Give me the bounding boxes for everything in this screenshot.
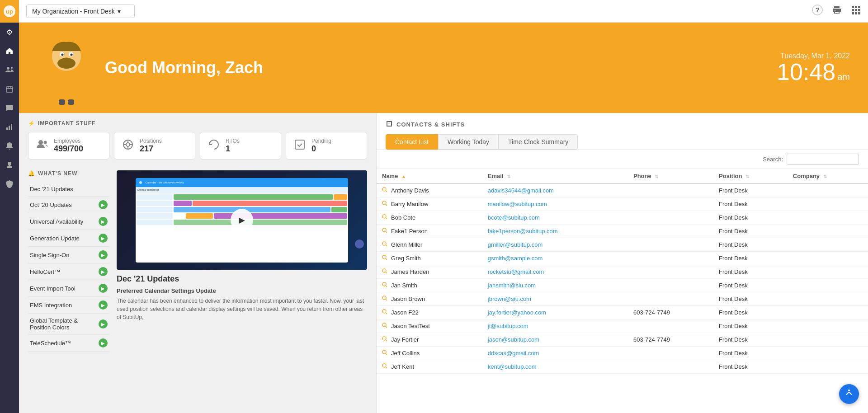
app-logo[interactable]: up — [0, 0, 19, 23]
table-row[interactable]: Barry Manilow manilow@subitup.com Front … — [377, 197, 868, 211]
news-item-hellocert[interactable]: HelloCert™ ▶ — [28, 263, 109, 280]
contact-company — [788, 225, 868, 238]
contact-search-icon[interactable] — [382, 228, 387, 235]
contact-search-icon[interactable] — [382, 350, 387, 357]
email-link[interactable]: jay.fortier@yahoo.com — [488, 309, 546, 316]
contact-email: manilow@subitup.com — [482, 197, 628, 211]
svg-rect-3 — [6, 127, 8, 130]
sidebar-item-home[interactable] — [0, 42, 19, 61]
email-link[interactable]: jansmith@siu.com — [488, 282, 536, 289]
contact-search-icon[interactable] — [382, 363, 387, 370]
contact-search-icon[interactable] — [382, 336, 387, 343]
important-stuff-section: ⚡ IMPORTANT STUFF Employees 499/700 — [19, 113, 376, 165]
print-button[interactable] — [832, 5, 842, 17]
email-link[interactable]: ddscas@gmail.com — [488, 350, 539, 357]
col-phone[interactable]: Phone ⇅ — [628, 169, 713, 183]
contact-search-icon[interactable] — [382, 187, 387, 194]
content-area: ⚡ IMPORTANT STUFF Employees 499/700 — [19, 113, 868, 413]
news-item-generation-update[interactable]: Generation Update ▶ — [28, 230, 109, 247]
tab-working-today[interactable]: Working Today — [438, 134, 499, 150]
stat-card-pending[interactable]: Pending 0 — [286, 132, 367, 160]
table-row[interactable]: Anthony Davis adavis34544@gmail.com Fron… — [377, 183, 868, 197]
news-item-global-template[interactable]: Global Template & Position Colors ▶ — [28, 314, 109, 335]
bolt-icon: ⚡ — [28, 120, 35, 127]
email-link[interactable]: rocketsiu@gmail.com — [488, 268, 544, 275]
col-company[interactable]: Company ⇅ — [788, 169, 868, 183]
arrow-icon: ▶ — [99, 250, 108, 259]
table-row[interactable]: Jeff Kent kent@subitup.com Front Desk — [377, 360, 868, 374]
contact-search-icon[interactable] — [382, 214, 387, 221]
contact-company — [788, 333, 868, 347]
cal-cell — [331, 207, 347, 212]
contact-phone — [628, 238, 713, 252]
news-item-dec21[interactable]: Dec '21 Updates — [28, 182, 109, 197]
email-link[interactable]: gmiller@subitup.com — [488, 241, 543, 248]
sidebar-item-notifications[interactable] — [0, 136, 19, 155]
sidebar-item-security[interactable] — [0, 174, 19, 193]
table-row[interactable]: Jason Brown jbrown@siu.com Front Desk — [377, 292, 868, 306]
table-row[interactable]: Jason TestTest jt@subitup.com Front Desk — [377, 319, 868, 333]
contact-search-icon[interactable] — [382, 309, 387, 316]
table-row[interactable]: James Harden rocketsiu@gmail.com Front D… — [377, 265, 868, 279]
contact-search-icon[interactable] — [382, 323, 387, 329]
contact-email: bcote@subitup.com — [482, 211, 628, 225]
tab-contact-list[interactable]: Contact List — [386, 134, 438, 150]
col-email[interactable]: Email ⇅ — [482, 169, 628, 183]
contact-search-icon[interactable] — [382, 268, 387, 275]
table-row[interactable]: Jason F22 jay.fortier@yahoo.com 603-724-… — [377, 306, 868, 319]
stat-card-rtos[interactable]: RTOs 1 — [200, 132, 281, 160]
contact-email: jason@subitup.com — [482, 333, 628, 347]
stat-card-employees[interactable]: Employees 499/700 — [28, 132, 109, 160]
stat-card-positions[interactable]: Positions 217 — [114, 132, 195, 160]
cal-cell — [137, 213, 173, 219]
table-row[interactable]: Jan Smith jansmith@siu.com Front Desk — [377, 279, 868, 292]
sidebar-item-messages[interactable] — [0, 99, 19, 117]
news-item-oct20[interactable]: Oct '20 Updates ▶ — [28, 197, 109, 213]
contact-search-icon[interactable] — [382, 201, 387, 207]
sidebar-item-users[interactable] — [0, 61, 19, 80]
email-link[interactable]: gsmith@sample.com — [488, 255, 543, 262]
table-row[interactable]: Glenn Miller gmiller@subitup.com Front D… — [377, 238, 868, 252]
tab-time-clock[interactable]: Time Clock Summary — [499, 134, 578, 150]
contact-search-icon[interactable] — [382, 282, 387, 289]
accessibility-button[interactable] — [839, 384, 859, 404]
apps-button[interactable] — [851, 5, 861, 17]
email-link[interactable]: adavis34544@gmail.com — [488, 187, 554, 194]
svg-text:?: ? — [816, 6, 820, 14]
table-row[interactable]: Bob Cote bcote@subitup.com Front Desk — [377, 211, 868, 225]
sidebar-item-calendar[interactable] — [0, 80, 19, 99]
org-selector[interactable]: My Organization - Front Desk ▾ — [26, 5, 135, 18]
col-position[interactable]: Position ⇅ — [713, 169, 788, 183]
hero-greeting-area: Good Morning, Zach — [105, 58, 263, 77]
contact-position: Front Desk — [713, 265, 788, 279]
email-link[interactable]: jbrown@siu.com — [488, 296, 531, 302]
email-link[interactable]: fake1person@subitup.com — [488, 228, 558, 235]
email-link[interactable]: jason@subitup.com — [488, 336, 539, 343]
news-item-universal-availability[interactable]: Universal Availability ▶ — [28, 213, 109, 230]
email-link[interactable]: kent@subitup.com — [488, 363, 537, 370]
contact-search-input[interactable] — [787, 154, 859, 165]
email-link[interactable]: bcote@subitup.com — [488, 214, 540, 221]
news-item-sso[interactable]: Single Sign-On ▶ — [28, 247, 109, 263]
sidebar-item-settings[interactable]: ⚙ — [0, 23, 19, 42]
table-row[interactable]: Jeff Collins ddscas@gmail.com Front Desk — [377, 347, 868, 360]
sidebar-item-profile[interactable] — [0, 155, 19, 174]
play-button[interactable]: ▶ — [231, 209, 253, 231]
contacts-table-container[interactable]: Name ▲ Email ⇅ Phone ⇅ — [377, 169, 868, 413]
sidebar-item-charts[interactable] — [0, 117, 19, 136]
contact-search-icon[interactable] — [382, 296, 387, 302]
table-row[interactable]: Fake1 Person fake1person@subitup.com Fro… — [377, 225, 868, 238]
col-name[interactable]: Name ▲ — [377, 169, 482, 183]
table-row[interactable]: Jay Fortier jason@subitup.com 603-724-77… — [377, 333, 868, 347]
contact-search-icon[interactable] — [382, 241, 387, 248]
arrow-icon: ▶ — [99, 200, 108, 209]
news-item-teleschedule[interactable]: TeleSchedule™ ▶ — [28, 335, 109, 352]
video-player[interactable]: Calendar - By Employee (week) Calendar c… — [117, 170, 367, 270]
table-row[interactable]: Greg Smith gsmith@sample.com Front Desk — [377, 252, 868, 265]
email-link[interactable]: manilow@subitup.com — [488, 201, 547, 207]
news-item-event-import[interactable]: Event Import Tool ▶ — [28, 280, 109, 297]
email-link[interactable]: jt@subitup.com — [488, 323, 528, 329]
help-button[interactable]: ? — [812, 5, 823, 18]
contact-search-icon[interactable] — [382, 255, 387, 262]
news-item-ems[interactable]: EMS Integration ▶ — [28, 297, 109, 314]
